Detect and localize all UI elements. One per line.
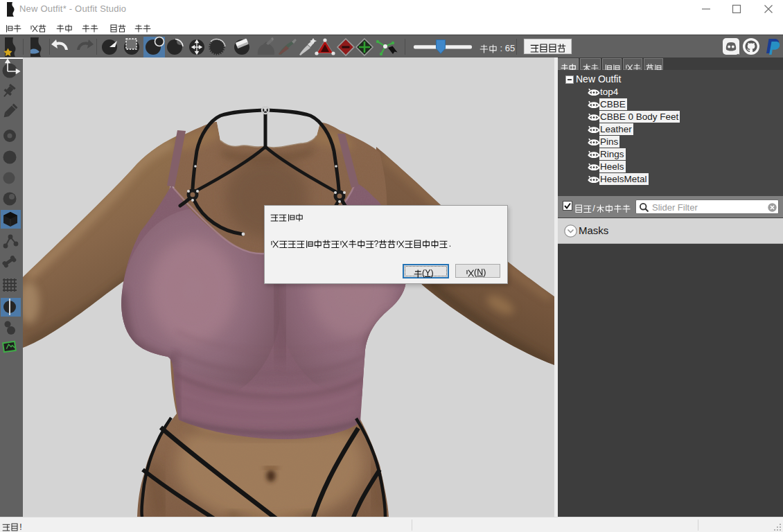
- svg-text:!: !: [19, 523, 21, 531]
- svg-text:.: .: [449, 240, 451, 249]
- svg-text:/: /: [592, 204, 595, 213]
- svg-text:?: ?: [374, 240, 379, 249]
